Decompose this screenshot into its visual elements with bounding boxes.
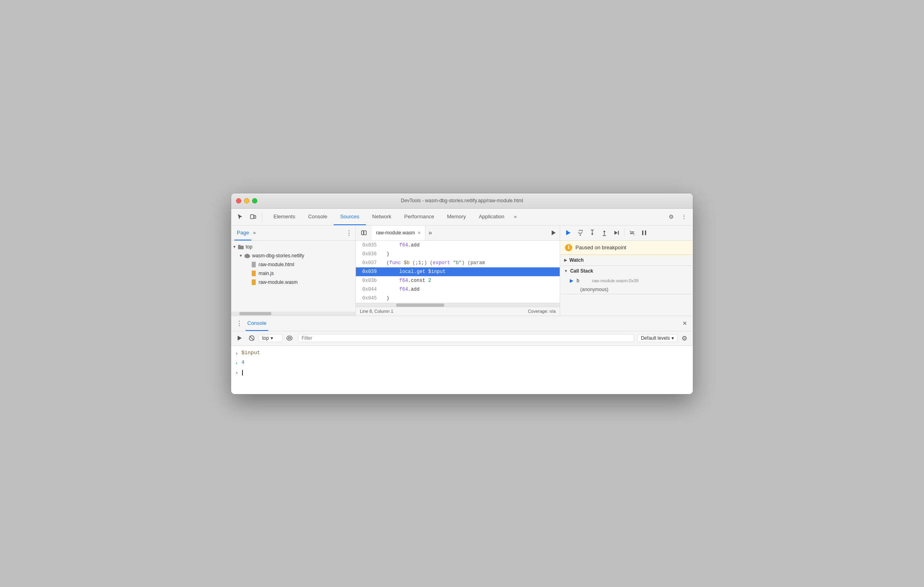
svg-rect-15 [566, 230, 567, 231]
console-menu-icon[interactable]: ⋮ [234, 318, 244, 328]
debug-toolbar [560, 226, 693, 241]
tree-item-html[interactable]: raw-module.html [231, 260, 355, 269]
console-close-button[interactable]: × [680, 318, 690, 328]
more-source-tabs-button[interactable]: » [425, 229, 435, 236]
file-panel-scrollbar[interactable] [231, 312, 355, 316]
call-stack-item-anon[interactable]: (anonymous) [560, 285, 693, 294]
tab-application[interactable]: Application [472, 208, 511, 225]
more-tabs-button[interactable]: » [511, 208, 520, 225]
console-prompt-arrow: › [235, 370, 238, 376]
svg-rect-12 [364, 231, 366, 235]
tree-label-wasm: raw-module.wasm [259, 279, 298, 285]
debug-panel: ℹ Paused on breakpoint ▶ Watch ▼ [560, 226, 693, 316]
cloud-icon [244, 253, 251, 258]
tree-arrow: ▼ [231, 245, 238, 249]
devtools-window: DevTools - wasm-dbg-stories.netlify.app/… [231, 193, 693, 394]
context-selector[interactable]: top ▾ [259, 334, 283, 342]
tab-sources[interactable]: Sources [334, 208, 366, 225]
tree-item-wasm[interactable]: raw-module.wasm [231, 278, 355, 287]
minimize-button[interactable] [244, 198, 249, 203]
tree-label-top: top [246, 244, 253, 250]
more-options-icon[interactable]: ⋮ [678, 211, 690, 222]
source-tab-close-icon[interactable]: × [417, 230, 421, 236]
coverage-status: Coverage: n/a [528, 309, 556, 314]
svg-line-29 [630, 230, 634, 235]
tab-console[interactable]: Console [302, 208, 334, 225]
log-levels-selector[interactable]: Default levels ▾ [637, 334, 678, 342]
console-output-value: 4 [241, 359, 244, 365]
console-output-arrow-icon: ‹ [235, 359, 238, 367]
svg-rect-11 [361, 231, 363, 235]
sidebar-toggle-icon[interactable] [357, 226, 370, 239]
console-header: ⋮ Console × [231, 316, 693, 331]
svg-rect-31 [645, 230, 646, 235]
call-stack-header[interactable]: ▼ Call Stack [560, 266, 693, 276]
more-file-tabs-button[interactable]: » [253, 230, 256, 236]
call-stack-label: Call Stack [570, 268, 593, 274]
console-filter-input[interactable] [298, 334, 634, 342]
watch-header[interactable]: ▶ Watch [560, 255, 693, 265]
console-cursor [242, 370, 243, 376]
console-entry-output: ‹ 4 [231, 359, 693, 368]
svg-marker-25 [614, 231, 618, 235]
settings-icon[interactable]: ⚙ [665, 211, 677, 222]
source-content: 0x035 f64.add 0x036 ) 0x037 ( [356, 241, 560, 303]
console-run-icon[interactable] [234, 333, 245, 343]
console-clear-icon[interactable] [246, 333, 257, 343]
tab-elements[interactable]: Elements [267, 208, 302, 225]
console-toolbar: top ▾ Default levels ▾ ⚙ [231, 331, 693, 346]
code-line-037: 0x037 (func $b (;1;) (export "b") (param [356, 259, 560, 267]
svg-rect-8 [252, 262, 256, 267]
source-tab-wasm[interactable]: raw-module.wasm × [372, 226, 425, 240]
cursor-icon[interactable] [234, 211, 246, 222]
console-content: › $input ‹ 4 › [231, 346, 693, 394]
console-input-line[interactable]: › [231, 368, 693, 378]
traffic-lights [236, 198, 257, 203]
close-button[interactable] [236, 198, 241, 203]
run-snippet-icon[interactable] [547, 226, 560, 239]
toolbar-right: ⚙ ⋮ [665, 211, 690, 222]
file-panel-menu-icon[interactable]: ⋮ [346, 229, 352, 237]
maximize-button[interactable] [252, 198, 257, 203]
code-line-036: 0x036 ) [356, 250, 560, 259]
source-scrollbar[interactable] [356, 303, 560, 307]
step-out-button[interactable] [599, 227, 610, 238]
top-toolbar: Elements Console Sources Network Perform… [231, 209, 693, 226]
device-toolbar-icon[interactable] [247, 211, 259, 222]
tree-item-netlify[interactable]: ▼ wasm-dbg-stories.netlify [231, 251, 355, 260]
console-entry-input: › $input [231, 349, 693, 359]
tab-memory[interactable]: Memory [441, 208, 472, 225]
file-html-icon [251, 262, 257, 267]
step-into-button[interactable] [587, 227, 598, 238]
step-over-button[interactable] [575, 227, 586, 238]
svg-rect-0 [251, 215, 254, 219]
call-stack-arrow-icon: ▼ [564, 269, 568, 273]
source-tabs: raw-module.wasm × » [356, 226, 560, 241]
svg-marker-20 [591, 234, 593, 235]
file-wasm-icon [251, 279, 257, 285]
console-settings-icon[interactable]: ⚙ [679, 333, 690, 343]
tab-performance[interactable]: Performance [398, 208, 440, 225]
tab-network[interactable]: Network [366, 208, 398, 225]
call-stack-func-b: b [577, 278, 589, 283]
file-panel: Page » ⋮ ▼ [231, 226, 356, 316]
tree-item-top[interactable]: ▼ top [231, 242, 355, 251]
tree-label-html: raw-module.html [259, 262, 294, 267]
pause-on-exceptions-button[interactable] [639, 227, 650, 238]
page-tab[interactable]: Page [234, 226, 251, 240]
nav-tabs: Elements Console Sources Network Perform… [267, 208, 665, 225]
code-line-044: 0x044 f64.add [356, 285, 560, 294]
call-stack-item-b[interactable]: ▶ b raw-module.wasm:0x39 [560, 276, 693, 285]
file-panel-header: Page » ⋮ [231, 226, 355, 241]
step-button[interactable] [611, 227, 622, 238]
svg-marker-18 [579, 235, 581, 236]
resume-button[interactable] [563, 227, 574, 238]
source-status-bar: Line 8, Column 1 Coverage: n/a [356, 307, 560, 316]
console-tab-label[interactable]: Console [246, 316, 268, 331]
tree-item-mainjs[interactable]: main.js [231, 269, 355, 278]
console-input-arrow-icon: › [235, 350, 238, 358]
eye-icon[interactable] [284, 333, 295, 343]
deactivate-breakpoints-button[interactable] [626, 227, 638, 238]
toolbar-divider [262, 212, 262, 222]
svg-rect-2 [238, 246, 244, 249]
